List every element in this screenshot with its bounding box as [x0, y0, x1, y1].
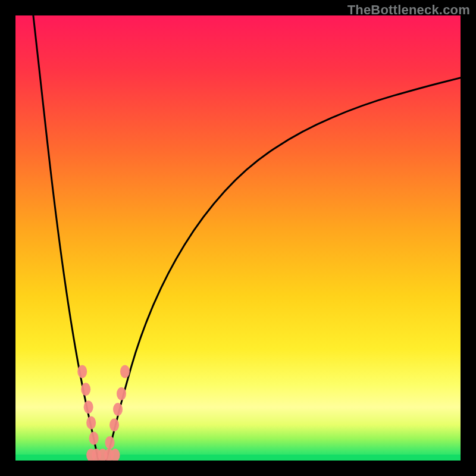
bead-marker [117, 387, 126, 400]
chart-svg [15, 15, 461, 461]
bead-marker [77, 365, 87, 378]
plot-area [15, 15, 461, 461]
bead-marker [105, 436, 115, 449]
bead-marker [86, 416, 96, 429]
bead-marker [89, 432, 99, 445]
bead-marker [113, 403, 123, 416]
bead-marker [109, 418, 119, 431]
bead-marker [84, 400, 93, 414]
chart-frame: TheBottleneck.com [0, 0, 476, 476]
bead-marker [120, 365, 130, 378]
bead-marker [81, 383, 90, 396]
green-baseline [15, 455, 461, 461]
gradient-background [15, 15, 461, 461]
